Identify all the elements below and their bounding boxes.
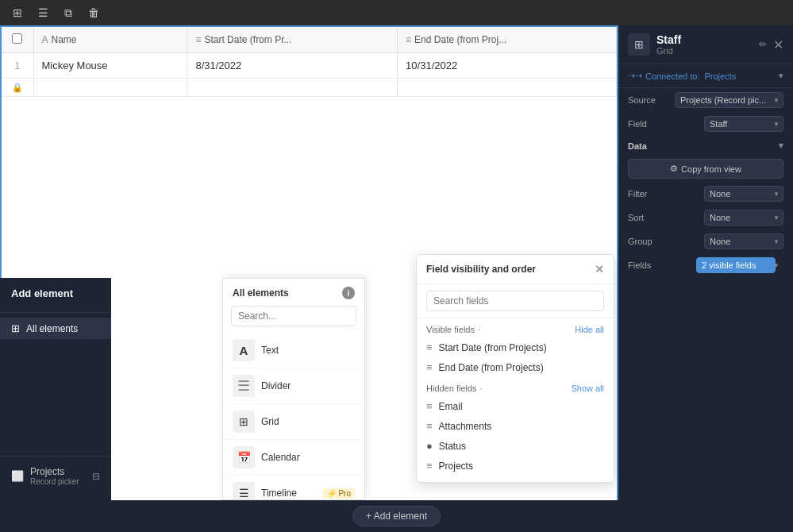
all-elements-icon: ⊞	[11, 322, 20, 334]
lock-icon-cell: 🔒	[2, 79, 33, 97]
select-all-checkbox[interactable]	[12, 33, 22, 44]
visible-fields-section: Visible fields · Hide all	[417, 318, 614, 337]
picker-title: All elements	[233, 287, 289, 299]
data-label: Data	[628, 141, 647, 151]
sidebar-divider-2	[0, 456, 111, 457]
visible-field-start-date[interactable]: ≡ Start Date (from Projects)	[417, 337, 614, 357]
picker-search	[223, 306, 364, 333]
copy-tool-icon[interactable]: ⧉	[57, 2, 79, 24]
timeline-picker-icon: ☰	[233, 482, 255, 500]
props-header: ⊞ Staff Grid ✏ ✕	[618, 25, 793, 64]
hide-all-link[interactable]: Hide all	[575, 325, 604, 334]
source-label: Source	[628, 95, 656, 105]
sidebar-divider	[0, 312, 111, 313]
sidebar-bottom-left: ⬜ Projects Record picker	[11, 466, 79, 486]
col-header-name[interactable]: A Name	[33, 27, 187, 53]
filter-select[interactable]: None	[704, 186, 783, 202]
connected-row[interactable]: ⇢⇢ Connected to: Projects ▾	[628, 71, 783, 81]
row-num-1: 1	[2, 53, 33, 79]
projects-icon: ⬜	[11, 470, 24, 482]
group-row: Group None	[618, 229, 793, 253]
toolbar: ⊞ ☰ ⧉ 🗑	[0, 0, 793, 25]
name-col-icon: A	[42, 34, 48, 45]
connected-chevron-icon: ▾	[779, 71, 783, 81]
projects-field-icon: ≡	[426, 460, 433, 472]
filter-row: Filter None	[618, 182, 793, 206]
picker-item-calendar[interactable]: 📅 Calendar	[223, 440, 364, 476]
status-field-icon: ●	[426, 440, 433, 452]
visible-field-end-date[interactable]: ≡ End Date (from Projects)	[417, 357, 614, 377]
fields-label: Fields	[628, 260, 651, 270]
add-element-bar: + Add element	[0, 500, 793, 532]
cell-end-1[interactable]: 10/31/2022	[398, 53, 617, 79]
connected-arrow-icon: ⇢⇢	[628, 71, 642, 81]
show-all-link[interactable]: Show all	[571, 384, 604, 393]
col-header-start-date[interactable]: ≡ Start Date (from Pr...	[187, 27, 398, 53]
popup-close-icon[interactable]: ✕	[595, 263, 604, 276]
copy-from-view-button[interactable]: ⚙ Copy from view	[628, 159, 783, 179]
picker-header: All elements i	[223, 279, 364, 306]
props-edit-icon[interactable]: ✏	[759, 39, 767, 50]
lock-empty-1	[33, 79, 187, 97]
sort-select[interactable]: None	[704, 210, 783, 226]
props-header-left: ⊞ Staff Grid	[628, 33, 681, 56]
picker-item-divider[interactable]: ☰ Divider	[223, 368, 364, 404]
grid-picker-icon: ⊞	[233, 411, 255, 433]
start-date-field-icon: ≡	[426, 341, 433, 353]
source-select[interactable]: Projects (Record pic...	[675, 92, 783, 108]
field-visibility-popup: Field visibility and order ✕ Visible fie…	[416, 254, 614, 483]
field-select-wrapper: Staff	[704, 116, 783, 132]
picker-search-input[interactable]	[231, 306, 356, 326]
attachments-field-icon: ≡	[426, 420, 433, 432]
row-number-header	[2, 27, 33, 53]
hidden-fields-section: Hidden fields · Show all	[417, 377, 614, 396]
hidden-field-attachments[interactable]: ≡ Attachments	[417, 416, 614, 436]
projects-badge-icon: ⊟	[92, 471, 100, 482]
group-select-wrapper: None	[704, 233, 783, 249]
data-section-header: Data ▾	[618, 136, 793, 156]
props-title-block: Staff Grid	[656, 33, 681, 56]
picker-item-grid[interactable]: ⊞ Grid	[223, 404, 364, 440]
fields-select-wrapper: 2 visible fields	[696, 257, 783, 273]
text-picker-icon: A	[233, 339, 255, 361]
group-select[interactable]: None	[704, 233, 783, 249]
fields-row: Fields 2 visible fields	[618, 253, 793, 277]
add-element-button[interactable]: + Add element	[352, 506, 441, 526]
popup-search	[417, 284, 614, 318]
sidebar-item-projects[interactable]: ⬜ Projects Record picker ⊟	[0, 461, 111, 491]
popup-header: Field visibility and order ✕	[417, 255, 614, 284]
connected-section: ⇢⇢ Connected to: Projects ▾	[618, 64, 793, 88]
source-select-wrapper: Projects (Record pic...	[675, 92, 783, 108]
field-select[interactable]: Staff	[704, 116, 783, 132]
hidden-field-projects[interactable]: ≡ Projects	[417, 456, 614, 476]
hidden-field-email[interactable]: ≡ Email	[417, 396, 614, 416]
grid-tool-icon[interactable]: ⊞	[6, 2, 29, 24]
field-label: Field	[628, 119, 647, 129]
picker-item-timeline[interactable]: ☰ Timeline ⚡ Pro	[223, 476, 364, 500]
element-picker: All elements i A Text ☰ Divider ⊞ Grid 📅…	[222, 278, 365, 500]
calendar-picker-icon: 📅	[233, 446, 255, 468]
picker-list: A Text ☰ Divider ⊞ Grid 📅 Calendar ☰ Tim…	[223, 333, 364, 500]
cell-start-1[interactable]: 8/31/2022	[187, 53, 398, 79]
end-date-col-icon: ≡	[406, 34, 411, 45]
lock-row: 🔒	[2, 79, 617, 97]
fields-search-input[interactable]	[426, 291, 604, 311]
fields-select[interactable]: 2 visible fields	[696, 257, 776, 273]
trash-tool-icon[interactable]: 🗑	[83, 2, 105, 24]
data-chevron-icon: ▾	[779, 141, 783, 151]
col-header-end-date[interactable]: ≡ End Date (from Proj...	[398, 27, 617, 53]
pro-badge: ⚡ Pro	[323, 488, 355, 499]
cell-name-1[interactable]: Mickey Mouse	[33, 53, 187, 79]
picker-info-icon[interactable]: i	[342, 287, 355, 299]
picker-item-text[interactable]: A Text	[223, 333, 364, 368]
sidebar-item-all-elements[interactable]: ⊞ All elements	[0, 318, 111, 339]
hidden-field-status[interactable]: ● Status	[417, 436, 614, 456]
gear-icon: ⚙	[670, 164, 678, 174]
columns-tool-icon[interactable]: ☰	[32, 2, 54, 24]
filter-select-wrapper: None	[704, 186, 783, 202]
props-grid-icon: ⊞	[628, 33, 650, 56]
props-close-icon[interactable]: ✕	[773, 37, 783, 52]
start-date-col-icon: ≡	[195, 34, 201, 45]
source-row: Source Projects (Record pic...	[618, 88, 793, 112]
popup-title: Field visibility and order	[426, 264, 536, 275]
